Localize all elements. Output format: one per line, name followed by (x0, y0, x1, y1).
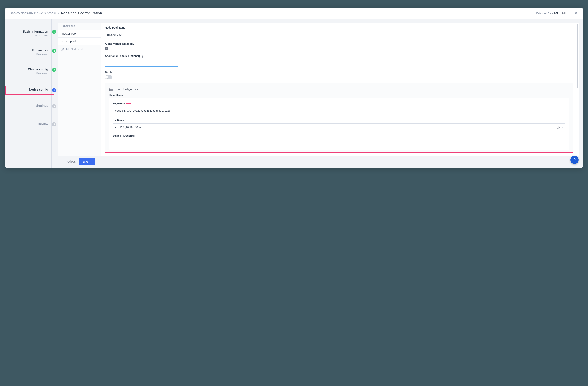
nic-name-label-text: Nic Name (113, 119, 124, 121)
step-badge: 2 (52, 48, 57, 53)
field-edge-host: Edge Host ⟵ edge-817a3842ed2338edd62783d… (113, 101, 566, 114)
nodepool-item-master[interactable]: master-pool › (58, 29, 101, 38)
step-nodes-config[interactable]: Nodes config 4 (5, 86, 54, 95)
additional-labels-input[interactable] (105, 59, 178, 66)
arrow-annotation-icon: ⟵ (125, 118, 130, 122)
step-number: 2 (54, 50, 55, 52)
breadcrumb-separator: > (58, 11, 60, 15)
edge-host-label: Edge Host ⟵ (113, 101, 566, 106)
step-number: 3 (54, 69, 55, 71)
step-badge: 3 (52, 67, 57, 72)
nodepool-item-worker[interactable]: worker-pool (58, 38, 101, 45)
step-title: Nodes config (5, 88, 48, 91)
arrow-annotation-icon: ⟵ (126, 101, 131, 106)
nic-name-select[interactable]: ens192 (10.10.130.74) i ⌄ (113, 124, 566, 131)
nic-name-value: ens192 (10.10.130.74) (115, 126, 143, 129)
info-icon[interactable]: i (557, 126, 560, 129)
chevron-down-icon: ⌄ (561, 126, 563, 129)
step-subtitle: docs-tutorial- (5, 34, 48, 37)
field-additional-labels: Additional Labels (Optional) i (105, 55, 573, 66)
node-pool-name-label: Node pool name (105, 26, 573, 29)
nodepool-item-label: master-pool (62, 32, 76, 35)
step-title: Cluster config (5, 68, 48, 71)
nodepool-list: NODEPOOLS master-pool › worker-pool + Ad… (58, 23, 101, 156)
edge-host-value: edge-817a3842ed2338edd62783dbe91781cb (115, 109, 170, 112)
step-review[interactable]: Review 6 (5, 121, 54, 131)
close-icon[interactable]: ✕ (573, 11, 579, 16)
panel: NODEPOOLS master-pool › worker-pool + Ad… (58, 23, 579, 156)
nic-name-label: Nic Name ⟵ (113, 118, 566, 122)
estimated-rate-value: N/A (554, 12, 558, 15)
step-parameters[interactable]: Parameters Completed 2 (5, 48, 54, 61)
step-number: 1 (54, 31, 55, 33)
pool-configuration-title: Pool Configuration (109, 87, 569, 91)
info-icon[interactable]: i (141, 55, 144, 58)
body: Basic information docs-tutorial- 1 Param… (5, 19, 583, 168)
toggle-knob (105, 76, 108, 79)
plus-icon: + (61, 48, 64, 51)
step-title: Parameters (5, 49, 48, 52)
nodepool-form: Node pool name Allow worker capability ✓… (101, 23, 579, 156)
additional-labels-label-text: Additional Labels (Optional) (105, 55, 140, 58)
add-node-pool-label: Add Node Pool (65, 48, 83, 51)
step-title: Settings (5, 104, 48, 107)
field-static-ip: Static IP (Optional) (113, 134, 566, 146)
estimated-rate: Estimated Rate: N/A (536, 12, 559, 15)
edge-host-card: Edge Host ⟵ edge-817a3842ed2338edd62783d… (109, 98, 569, 150)
edge-host-select[interactable]: edge-817a3842ed2338edd62783dbe91781cb ⌄ (113, 107, 566, 114)
chevron-down-icon: ⌄ (561, 109, 563, 112)
step-number: 4 (54, 89, 55, 91)
edge-hosts-label: Edge Hosts (109, 94, 569, 96)
question-icon: ? (573, 157, 576, 162)
field-node-pool-name: Node pool name (105, 26, 573, 38)
step-number: 6 (54, 123, 55, 126)
field-nic-name: Nic Name ⟵ ens192 (10.10.130.74) i ⌄ (113, 118, 566, 131)
estimated-rate-label: Estimated Rate: (536, 12, 554, 15)
api-link[interactable]: API (562, 12, 566, 15)
additional-labels-label: Additional Labels (Optional) i (105, 55, 573, 58)
pool-configuration-title-text: Pool Configuration (115, 87, 139, 91)
add-node-pool-button[interactable]: + Add Node Pool (58, 45, 101, 53)
step-number: 5 (54, 105, 55, 107)
arrow-right-icon: → (89, 160, 92, 163)
field-taints: Taints (105, 71, 573, 79)
app-window: Deploy docs-ubuntu-k3s profile > Node po… (5, 7, 583, 168)
top-bar: Deploy docs-ubuntu-k3s profile > Node po… (5, 7, 583, 19)
allow-worker-label: Allow worker capability (105, 42, 573, 45)
nodepool-list-header: NODEPOOLS (58, 23, 101, 29)
next-button[interactable]: Next → (79, 158, 95, 165)
svg-point-8 (110, 88, 110, 89)
scrollbar[interactable] (577, 24, 578, 88)
step-title: Basic information (5, 30, 48, 33)
step-settings[interactable]: Settings 5 (5, 103, 54, 113)
step-badge: 5 (52, 104, 57, 109)
step-basic-information[interactable]: Basic information docs-tutorial- 1 (5, 29, 54, 42)
allow-worker-checkbox[interactable]: ✓ (105, 47, 108, 50)
pool-configuration-section: Pool Configuration Edge Hosts Edge Host … (105, 83, 573, 152)
top-bar-right: Estimated Rate: N/A API ✕ (536, 11, 579, 16)
breadcrumb-current: Node pools configuration (61, 11, 102, 15)
divider (569, 11, 570, 15)
taints-toggle[interactable] (105, 75, 112, 79)
field-allow-worker: Allow worker capability ✓ (105, 42, 573, 50)
help-button[interactable]: ? (570, 156, 579, 164)
edge-host-label-text: Edge Host (113, 102, 125, 105)
node-pool-name-input[interactable] (105, 31, 178, 38)
wizard-steps: Basic information docs-tutorial- 1 Param… (5, 19, 54, 168)
next-button-label: Next (82, 160, 88, 163)
breadcrumb-prefix[interactable]: Deploy docs-ubuntu-k3s profile (9, 11, 56, 15)
previous-button[interactable]: Previous (65, 160, 76, 163)
step-badge: 4 (52, 87, 57, 92)
static-ip-label: Static IP (Optional) (113, 134, 566, 137)
step-title: Review (5, 122, 48, 126)
wizard-footer: Previous Next → (58, 156, 579, 166)
chevron-right-icon: › (97, 32, 98, 35)
step-subtitle: Completed (5, 72, 48, 74)
nodepool-item-label: worker-pool (61, 40, 76, 43)
step-cluster-config[interactable]: Cluster config Completed 3 (5, 67, 54, 80)
step-badge: 1 (52, 29, 57, 34)
step-subtitle: Completed (5, 53, 48, 55)
servers-icon (109, 88, 113, 91)
static-ip-input[interactable] (113, 139, 566, 146)
step-badge: 6 (52, 122, 57, 127)
